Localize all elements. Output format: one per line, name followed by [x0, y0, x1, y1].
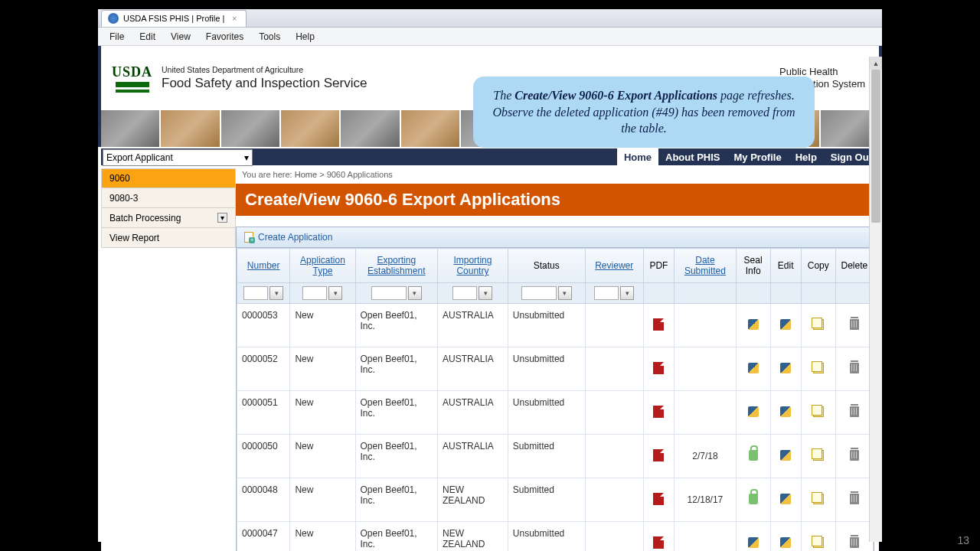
- menu-edit[interactable]: Edit: [132, 29, 162, 44]
- cell-import: AUSTRALIA: [438, 304, 508, 347]
- col-export-est[interactable]: Exporting Establishment: [355, 249, 438, 283]
- trash-icon[interactable]: [850, 319, 859, 330]
- edit-icon[interactable]: [780, 537, 791, 548]
- col-date[interactable]: Date Submitted: [675, 249, 737, 283]
- copy-icon[interactable]: [813, 319, 824, 330]
- edit-icon[interactable]: [780, 494, 791, 504]
- pdf-icon[interactable]: [653, 493, 664, 505]
- nav-home[interactable]: Home: [617, 148, 658, 165]
- filter-number-input[interactable]: [243, 286, 268, 300]
- cell-apptype: New: [290, 347, 355, 391]
- filter-reviewer-input[interactable]: [594, 286, 619, 300]
- nav-help[interactable]: Help: [789, 148, 824, 165]
- filter-status-input[interactable]: [521, 286, 557, 300]
- lock-icon[interactable]: [749, 450, 758, 461]
- sidebar-item-view-report[interactable]: View Report: [101, 228, 236, 248]
- edit-icon[interactable]: [780, 406, 791, 417]
- copy-icon[interactable]: [813, 494, 824, 504]
- nav-about[interactable]: About PHIS: [658, 148, 727, 165]
- col-copy: Copy: [801, 249, 835, 283]
- sidebar-item-9060[interactable]: 9060: [101, 168, 236, 188]
- col-import-cty[interactable]: Importing Country: [438, 249, 508, 283]
- cell-date: [675, 347, 737, 391]
- cell-export: Open Beef01, Inc.: [355, 522, 438, 552]
- browser-tab-bar: USDA FSIS PHIS | Profile | ×: [98, 9, 882, 28]
- edit-icon[interactable]: [780, 319, 791, 330]
- cell-apptype: New: [290, 478, 355, 522]
- scroll-thumb[interactable]: [871, 70, 880, 223]
- trash-icon[interactable]: [850, 363, 859, 373]
- copy-icon[interactable]: [813, 363, 824, 373]
- role-select[interactable]: Export Applicant: [103, 149, 253, 166]
- col-reviewer[interactable]: Reviewer: [585, 249, 643, 283]
- tutorial-tooltip: The Create/View 9060-6 Export Applicatio…: [473, 77, 815, 148]
- pencil-icon[interactable]: [748, 363, 759, 373]
- create-icon: [244, 232, 253, 243]
- cell-reviewer: [585, 347, 643, 391]
- filter-icon[interactable]: ▾: [328, 286, 342, 300]
- trash-icon[interactable]: [850, 406, 859, 417]
- scroll-up-icon[interactable]: ▲: [870, 57, 882, 70]
- nav-profile[interactable]: My Profile: [727, 148, 789, 165]
- menu-file[interactable]: File: [103, 29, 131, 44]
- table-row: 0000052NewOpen Beef01, Inc.AUSTRALIAUnsu…: [237, 347, 874, 391]
- cell-import: NEW ZEALAND: [438, 522, 508, 552]
- menu-tools[interactable]: Tools: [252, 29, 287, 44]
- close-icon[interactable]: ×: [229, 14, 240, 23]
- cell-export: Open Beef01, Inc.: [355, 478, 438, 522]
- table-row: 0000048NewOpen Beef01, Inc.NEW ZEALANDSu…: [237, 478, 874, 522]
- filter-icon[interactable]: ▾: [270, 286, 283, 300]
- col-seal: Seal Info: [736, 249, 770, 283]
- menu-favorites[interactable]: Favorites: [199, 29, 250, 44]
- filter-icon[interactable]: ▾: [620, 286, 634, 300]
- col-edit: Edit: [770, 249, 801, 283]
- copy-icon[interactable]: [813, 406, 824, 417]
- ie-icon: [108, 13, 119, 24]
- table-row: 0000047NewOpen Beef01, Inc.NEW ZEALANDUn…: [237, 522, 874, 552]
- cell-apptype: New: [290, 522, 355, 552]
- pdf-icon[interactable]: [653, 362, 664, 374]
- cell-reviewer: [585, 391, 643, 435]
- sidebar-item-batch[interactable]: Batch Processing: [101, 208, 236, 228]
- cell-number: 0000053: [237, 304, 290, 347]
- cell-number: 0000047: [237, 522, 290, 552]
- pdf-icon[interactable]: [653, 318, 664, 331]
- browser-tab[interactable]: USDA FSIS PHIS | Profile | ×: [101, 10, 247, 27]
- pencil-icon[interactable]: [748, 406, 759, 417]
- filter-export-input[interactable]: [371, 286, 407, 300]
- pdf-icon[interactable]: [653, 449, 664, 461]
- cell-status: Unsubmitted: [508, 522, 585, 552]
- trash-icon[interactable]: [850, 537, 859, 548]
- filter-icon[interactable]: ▾: [558, 286, 572, 300]
- cell-export: Open Beef01, Inc.: [355, 347, 438, 391]
- col-status: Status: [508, 249, 585, 283]
- filter-apptype-input[interactable]: [302, 286, 327, 300]
- create-application-link[interactable]: Create Application: [258, 232, 332, 243]
- trash-icon[interactable]: [850, 494, 859, 504]
- cell-reviewer: [585, 522, 643, 552]
- copy-icon[interactable]: [813, 537, 824, 548]
- pencil-icon[interactable]: [748, 537, 759, 548]
- filter-icon[interactable]: ▾: [408, 286, 422, 300]
- col-number[interactable]: Number: [237, 249, 290, 283]
- edit-icon[interactable]: [780, 450, 791, 461]
- filter-import-input[interactable]: [452, 286, 477, 300]
- lock-icon[interactable]: [749, 494, 758, 504]
- menu-view[interactable]: View: [164, 29, 198, 44]
- vertical-scrollbar[interactable]: ▲: [869, 57, 882, 542]
- table-row: 0000050NewOpen Beef01, Inc.AUSTRALIASubm…: [237, 435, 874, 478]
- pdf-icon[interactable]: [653, 406, 664, 418]
- trash-icon[interactable]: [850, 450, 859, 461]
- menu-help[interactable]: Help: [289, 29, 322, 44]
- cell-reviewer: [585, 435, 643, 478]
- pdf-icon[interactable]: [653, 536, 664, 549]
- sidebar-item-9080-3[interactable]: 9080-3: [101, 188, 236, 208]
- cell-status: Submitted: [508, 478, 585, 522]
- edit-icon[interactable]: [780, 363, 791, 373]
- filter-icon[interactable]: ▾: [479, 286, 492, 300]
- pencil-icon[interactable]: [748, 319, 759, 330]
- usda-text: USDA: [112, 64, 152, 80]
- breadcrumb-home[interactable]: Home: [295, 170, 317, 179]
- col-apptype[interactable]: Application Type: [290, 249, 355, 283]
- copy-icon[interactable]: [813, 450, 824, 461]
